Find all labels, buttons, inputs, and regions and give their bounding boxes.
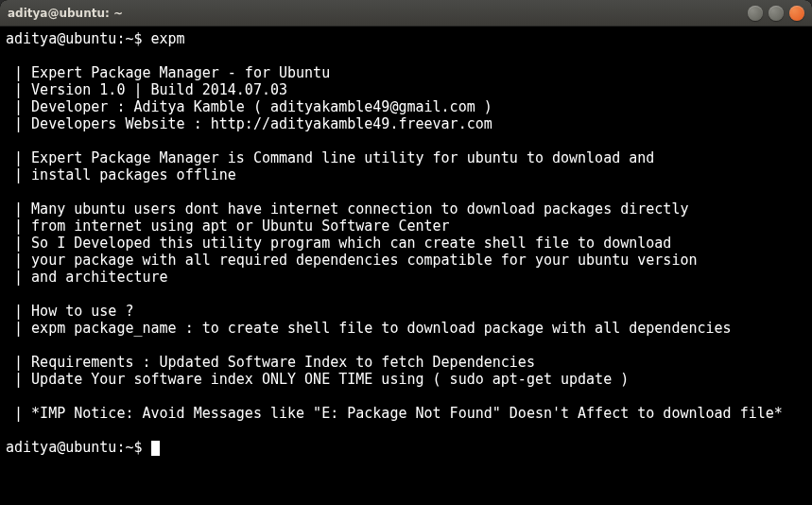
cursor-icon [151, 441, 160, 456]
output-line: | So I Developed this utility program wh… [6, 235, 671, 252]
output-line: | Developer : Aditya Kamble ( adityakamb… [6, 98, 492, 115]
output-line: | Expert Package Manager is Command line… [6, 149, 654, 166]
close-button[interactable] [789, 6, 804, 21]
output-line: | and architecture [6, 269, 168, 286]
output-line: | Update Your software index ONLY ONE TI… [6, 371, 629, 388]
prompt: aditya@ubuntu:~$ [6, 30, 151, 47]
output-line: | Requirements : Updated Software Index … [6, 354, 535, 371]
output-line: | install packages offline [6, 166, 236, 183]
titlebar[interactable]: aditya@ubuntu: ~ [0, 0, 812, 26]
maximize-button[interactable] [769, 6, 784, 21]
prompt: aditya@ubuntu:~$ [6, 439, 151, 456]
minimize-button[interactable] [748, 6, 763, 21]
window-title: aditya@ubuntu: ~ [8, 7, 748, 20]
output-line: | Many ubuntu users dont have internet c… [6, 200, 688, 218]
output-line: | expm package_name : to create shell fi… [6, 320, 732, 337]
window-controls [748, 6, 804, 21]
terminal-window: aditya@ubuntu: ~ aditya@ubuntu:~$ expm |… [0, 0, 812, 505]
output-line: | *IMP Notice: Avoid Messages like "E: P… [6, 405, 783, 422]
output-line: | How to use ? [6, 303, 133, 320]
output-line: | from internet using apt or Ubuntu Soft… [6, 218, 450, 235]
output-line: | your package with all required depende… [6, 252, 698, 269]
output-line: | Developers Website : http://adityakamb… [6, 115, 492, 132]
output-line: | Expert Package Manager - for Ubuntu [6, 64, 330, 81]
command-text: expm [151, 30, 185, 47]
terminal-body[interactable]: aditya@ubuntu:~$ expm | Expert Package M… [0, 26, 812, 505]
output-line: | Version 1.0 | Build 2014.07.03 [6, 81, 287, 98]
